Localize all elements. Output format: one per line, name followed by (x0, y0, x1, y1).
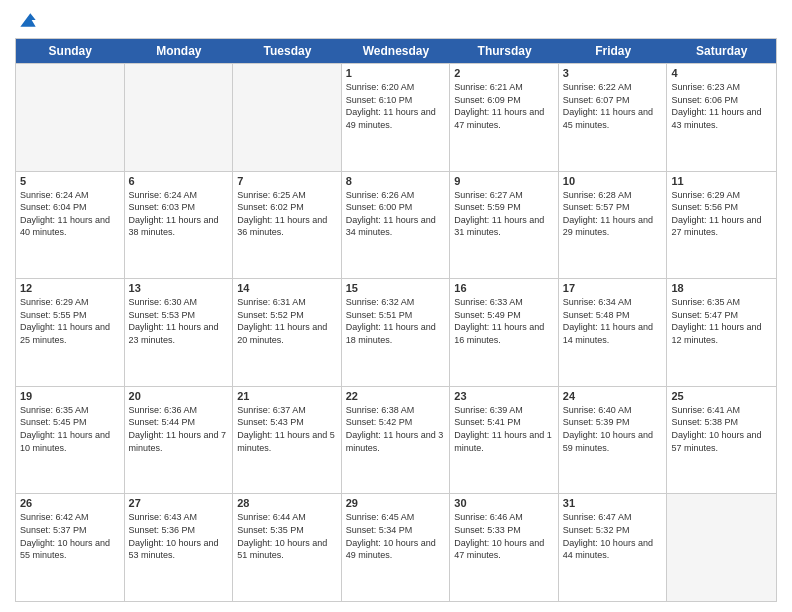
logo-icon (17, 10, 37, 30)
day-number: 19 (20, 390, 120, 402)
cell-info: Sunrise: 6:42 AM Sunset: 5:37 PM Dayligh… (20, 511, 120, 561)
cell-info: Sunrise: 6:47 AM Sunset: 5:32 PM Dayligh… (563, 511, 663, 561)
day-number: 12 (20, 282, 120, 294)
day-number: 17 (563, 282, 663, 294)
cal-row-2: 12Sunrise: 6:29 AM Sunset: 5:55 PM Dayli… (16, 278, 776, 386)
day-number: 4 (671, 67, 772, 79)
header-day-friday: Friday (559, 39, 668, 63)
day-number: 8 (346, 175, 446, 187)
cal-cell: 29Sunrise: 6:45 AM Sunset: 5:34 PM Dayli… (342, 494, 451, 601)
cal-cell: 30Sunrise: 6:46 AM Sunset: 5:33 PM Dayli… (450, 494, 559, 601)
day-number: 7 (237, 175, 337, 187)
cell-info: Sunrise: 6:44 AM Sunset: 5:35 PM Dayligh… (237, 511, 337, 561)
header-day-saturday: Saturday (667, 39, 776, 63)
day-number: 22 (346, 390, 446, 402)
day-number: 3 (563, 67, 663, 79)
cal-cell: 24Sunrise: 6:40 AM Sunset: 5:39 PM Dayli… (559, 387, 668, 494)
cal-cell (16, 64, 125, 171)
cell-info: Sunrise: 6:30 AM Sunset: 5:53 PM Dayligh… (129, 296, 229, 346)
cal-cell: 4Sunrise: 6:23 AM Sunset: 6:06 PM Daylig… (667, 64, 776, 171)
day-number: 14 (237, 282, 337, 294)
cal-cell: 11Sunrise: 6:29 AM Sunset: 5:56 PM Dayli… (667, 172, 776, 279)
day-number: 26 (20, 497, 120, 509)
day-number: 10 (563, 175, 663, 187)
cell-info: Sunrise: 6:24 AM Sunset: 6:04 PM Dayligh… (20, 189, 120, 239)
cal-cell: 17Sunrise: 6:34 AM Sunset: 5:48 PM Dayli… (559, 279, 668, 386)
cal-cell (233, 64, 342, 171)
cal-cell: 20Sunrise: 6:36 AM Sunset: 5:44 PM Dayli… (125, 387, 234, 494)
cal-cell: 15Sunrise: 6:32 AM Sunset: 5:51 PM Dayli… (342, 279, 451, 386)
cell-info: Sunrise: 6:23 AM Sunset: 6:06 PM Dayligh… (671, 81, 772, 131)
day-number: 15 (346, 282, 446, 294)
day-number: 1 (346, 67, 446, 79)
cell-info: Sunrise: 6:24 AM Sunset: 6:03 PM Dayligh… (129, 189, 229, 239)
cal-cell: 28Sunrise: 6:44 AM Sunset: 5:35 PM Dayli… (233, 494, 342, 601)
cal-cell: 2Sunrise: 6:21 AM Sunset: 6:09 PM Daylig… (450, 64, 559, 171)
cal-cell: 9Sunrise: 6:27 AM Sunset: 5:59 PM Daylig… (450, 172, 559, 279)
cell-info: Sunrise: 6:35 AM Sunset: 5:47 PM Dayligh… (671, 296, 772, 346)
header-day-wednesday: Wednesday (342, 39, 451, 63)
cell-info: Sunrise: 6:35 AM Sunset: 5:45 PM Dayligh… (20, 404, 120, 454)
day-number: 20 (129, 390, 229, 402)
cal-cell: 13Sunrise: 6:30 AM Sunset: 5:53 PM Dayli… (125, 279, 234, 386)
cal-cell: 7Sunrise: 6:25 AM Sunset: 6:02 PM Daylig… (233, 172, 342, 279)
cal-cell: 18Sunrise: 6:35 AM Sunset: 5:47 PM Dayli… (667, 279, 776, 386)
cal-cell (125, 64, 234, 171)
cell-info: Sunrise: 6:34 AM Sunset: 5:48 PM Dayligh… (563, 296, 663, 346)
cell-info: Sunrise: 6:37 AM Sunset: 5:43 PM Dayligh… (237, 404, 337, 454)
day-number: 2 (454, 67, 554, 79)
day-number: 28 (237, 497, 337, 509)
cal-cell: 31Sunrise: 6:47 AM Sunset: 5:32 PM Dayli… (559, 494, 668, 601)
day-number: 29 (346, 497, 446, 509)
svg-marker-0 (20, 13, 35, 26)
cell-info: Sunrise: 6:41 AM Sunset: 5:38 PM Dayligh… (671, 404, 772, 454)
cal-row-4: 26Sunrise: 6:42 AM Sunset: 5:37 PM Dayli… (16, 493, 776, 601)
cal-row-0: 1Sunrise: 6:20 AM Sunset: 6:10 PM Daylig… (16, 63, 776, 171)
header-day-tuesday: Tuesday (233, 39, 342, 63)
cell-info: Sunrise: 6:40 AM Sunset: 5:39 PM Dayligh… (563, 404, 663, 454)
cal-cell: 25Sunrise: 6:41 AM Sunset: 5:38 PM Dayli… (667, 387, 776, 494)
cell-info: Sunrise: 6:22 AM Sunset: 6:07 PM Dayligh… (563, 81, 663, 131)
cal-cell: 21Sunrise: 6:37 AM Sunset: 5:43 PM Dayli… (233, 387, 342, 494)
cal-row-1: 5Sunrise: 6:24 AM Sunset: 6:04 PM Daylig… (16, 171, 776, 279)
cell-info: Sunrise: 6:43 AM Sunset: 5:36 PM Dayligh… (129, 511, 229, 561)
cell-info: Sunrise: 6:25 AM Sunset: 6:02 PM Dayligh… (237, 189, 337, 239)
cal-cell: 6Sunrise: 6:24 AM Sunset: 6:03 PM Daylig… (125, 172, 234, 279)
day-number: 24 (563, 390, 663, 402)
day-number: 23 (454, 390, 554, 402)
cell-info: Sunrise: 6:29 AM Sunset: 5:55 PM Dayligh… (20, 296, 120, 346)
day-number: 16 (454, 282, 554, 294)
day-number: 31 (563, 497, 663, 509)
calendar-body: 1Sunrise: 6:20 AM Sunset: 6:10 PM Daylig… (16, 63, 776, 601)
cal-cell: 22Sunrise: 6:38 AM Sunset: 5:42 PM Dayli… (342, 387, 451, 494)
header-day-sunday: Sunday (16, 39, 125, 63)
day-number: 30 (454, 497, 554, 509)
cal-cell: 23Sunrise: 6:39 AM Sunset: 5:41 PM Dayli… (450, 387, 559, 494)
calendar-header: SundayMondayTuesdayWednesdayThursdayFrid… (16, 39, 776, 63)
cell-info: Sunrise: 6:38 AM Sunset: 5:42 PM Dayligh… (346, 404, 446, 454)
cell-info: Sunrise: 6:31 AM Sunset: 5:52 PM Dayligh… (237, 296, 337, 346)
cell-info: Sunrise: 6:33 AM Sunset: 5:49 PM Dayligh… (454, 296, 554, 346)
cell-info: Sunrise: 6:39 AM Sunset: 5:41 PM Dayligh… (454, 404, 554, 454)
cell-info: Sunrise: 6:21 AM Sunset: 6:09 PM Dayligh… (454, 81, 554, 131)
page: SundayMondayTuesdayWednesdayThursdayFrid… (0, 0, 792, 612)
day-number: 9 (454, 175, 554, 187)
day-number: 25 (671, 390, 772, 402)
day-number: 5 (20, 175, 120, 187)
header (15, 10, 777, 30)
logo (15, 10, 37, 30)
cal-cell (667, 494, 776, 601)
cal-cell: 27Sunrise: 6:43 AM Sunset: 5:36 PM Dayli… (125, 494, 234, 601)
cell-info: Sunrise: 6:27 AM Sunset: 5:59 PM Dayligh… (454, 189, 554, 239)
cell-info: Sunrise: 6:46 AM Sunset: 5:33 PM Dayligh… (454, 511, 554, 561)
cell-info: Sunrise: 6:29 AM Sunset: 5:56 PM Dayligh… (671, 189, 772, 239)
cal-row-3: 19Sunrise: 6:35 AM Sunset: 5:45 PM Dayli… (16, 386, 776, 494)
cell-info: Sunrise: 6:20 AM Sunset: 6:10 PM Dayligh… (346, 81, 446, 131)
cal-cell: 19Sunrise: 6:35 AM Sunset: 5:45 PM Dayli… (16, 387, 125, 494)
cal-cell: 8Sunrise: 6:26 AM Sunset: 6:00 PM Daylig… (342, 172, 451, 279)
cal-cell: 5Sunrise: 6:24 AM Sunset: 6:04 PM Daylig… (16, 172, 125, 279)
cell-info: Sunrise: 6:28 AM Sunset: 5:57 PM Dayligh… (563, 189, 663, 239)
header-day-thursday: Thursday (450, 39, 559, 63)
cell-info: Sunrise: 6:36 AM Sunset: 5:44 PM Dayligh… (129, 404, 229, 454)
cal-cell: 12Sunrise: 6:29 AM Sunset: 5:55 PM Dayli… (16, 279, 125, 386)
